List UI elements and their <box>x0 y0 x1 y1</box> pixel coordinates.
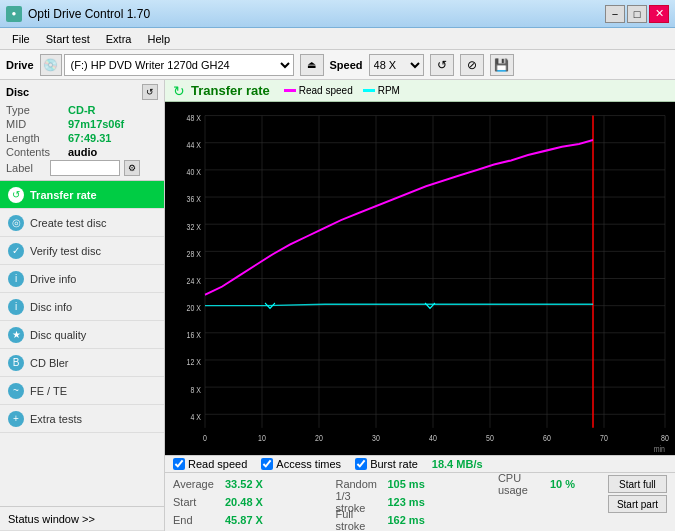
status-window-button[interactable]: Status window >> <box>0 507 164 531</box>
checkboxes-row: Read speed Access times Burst rate 18.4 … <box>165 455 675 472</box>
svg-text:40 X: 40 X <box>187 166 202 177</box>
title-bar-left: ● Opti Drive Control 1.70 <box>6 6 150 22</box>
nav-item-drive-info[interactable]: i Drive info <box>0 265 164 293</box>
nav-label-disc-quality: Disc quality <box>30 329 86 341</box>
close-button[interactable]: ✕ <box>649 5 669 23</box>
start-full-button[interactable]: Start full <box>608 475 667 493</box>
refresh-button[interactable]: ↺ <box>430 54 454 76</box>
stat-start-value: 20.48 X <box>225 496 275 508</box>
checkbox-read-speed-input[interactable] <box>173 458 185 470</box>
disc-mid-value: 97m17s06f <box>68 118 124 130</box>
chart-title: Transfer rate <box>191 83 270 98</box>
disc-length-value: 67:49.31 <box>68 132 111 144</box>
stat-cpu-label: CPU usage <box>498 472 546 496</box>
title-bar: ● Opti Drive Control 1.70 − □ ✕ <box>0 0 675 28</box>
nav-item-disc-quality[interactable]: ★ Disc quality <box>0 321 164 349</box>
stat-random-label: Random <box>335 478 383 490</box>
stat-average-value: 33.52 X <box>225 478 275 490</box>
save-button[interactable]: 💾 <box>490 54 514 76</box>
svg-text:80: 80 <box>661 432 669 443</box>
nav-item-cd-bler[interactable]: B CD Bler <box>0 349 164 377</box>
drive-bar: Drive 💿 (F:) HP DVD Writer 1270d GH24 ⏏ … <box>0 50 675 80</box>
chart-svg: 48 X 44 X 40 X 36 X 32 X 28 X 24 X 20 X … <box>165 102 675 455</box>
erase-button[interactable]: ⊘ <box>460 54 484 76</box>
nav-icon-create-test-disc: ◎ <box>8 215 24 231</box>
stats-col-3: CPU usage 10 % Start full Start part <box>498 475 667 529</box>
burst-rate-value: 18.4 MB/s <box>432 458 483 470</box>
menu-bar: File Start test Extra Help <box>0 28 675 50</box>
svg-text:70: 70 <box>600 432 608 443</box>
checkbox-read-speed-label: Read speed <box>188 458 247 470</box>
menu-extra[interactable]: Extra <box>98 31 140 47</box>
stats-col-2: Random 105 ms 1/3 stroke 123 ms Full str… <box>335 475 497 529</box>
drive-select-wrap: 💿 (F:) HP DVD Writer 1270d GH24 <box>40 54 294 76</box>
nav-item-transfer-rate[interactable]: ↺ Transfer rate <box>0 181 164 209</box>
checkbox-burst-rate: Burst rate <box>355 458 418 470</box>
disc-refresh-button[interactable]: ↺ <box>142 84 158 100</box>
start-part-button[interactable]: Start part <box>608 495 667 513</box>
sidebar: Disc ↺ Type CD-R MID 97m17s06f Length 67… <box>0 80 165 531</box>
eject-button[interactable]: ⏏ <box>300 54 324 76</box>
app-icon: ● <box>6 6 22 22</box>
legend-color-rpm <box>363 89 375 92</box>
chart-legend: Read speed RPM <box>284 85 400 96</box>
stat-average-label: Average <box>173 478 221 490</box>
legend-read-speed: Read speed <box>284 85 353 96</box>
checkbox-burst-rate-input[interactable] <box>355 458 367 470</box>
nav-item-fe-te[interactable]: ~ FE / TE <box>0 377 164 405</box>
svg-text:10: 10 <box>258 432 266 443</box>
checkbox-access-times: Access times <box>261 458 341 470</box>
nav-item-create-test-disc[interactable]: ◎ Create test disc <box>0 209 164 237</box>
checkbox-access-times-input[interactable] <box>261 458 273 470</box>
checkbox-burst-rate-label: Burst rate <box>370 458 418 470</box>
disc-label-gear-button[interactable]: ⚙ <box>124 160 140 176</box>
stat-end-row: End 45.87 X <box>173 511 335 529</box>
stat-full-stroke-row: Full stroke 162 ms <box>335 511 497 529</box>
svg-text:48 X: 48 X <box>187 112 202 123</box>
menu-file[interactable]: File <box>4 31 38 47</box>
nav-label-disc-info: Disc info <box>30 301 72 313</box>
stats-col-3-vals: CPU usage 10 % <box>498 475 600 493</box>
window-title: Opti Drive Control 1.70 <box>28 7 150 21</box>
disc-label-row: Label ⚙ <box>6 160 158 176</box>
nav-label-fe-te: FE / TE <box>30 385 67 397</box>
stat-end-value: 45.87 X <box>225 514 275 526</box>
disc-type-row: Type CD-R <box>6 104 158 116</box>
svg-text:12 X: 12 X <box>187 356 202 367</box>
svg-text:30: 30 <box>372 432 380 443</box>
disc-section: Disc ↺ Type CD-R MID 97m17s06f Length 67… <box>0 80 164 181</box>
minimize-button[interactable]: − <box>605 5 625 23</box>
nav-label-verify-test-disc: Verify test disc <box>30 245 101 257</box>
legend-color-read-speed <box>284 89 296 92</box>
menu-help[interactable]: Help <box>139 31 178 47</box>
stat-start-label: Start <box>173 496 221 508</box>
chart-area: 48 X 44 X 40 X 36 X 32 X 28 X 24 X 20 X … <box>165 102 675 455</box>
nav-item-verify-test-disc[interactable]: ✓ Verify test disc <box>0 237 164 265</box>
stat-random-value: 105 ms <box>387 478 437 490</box>
disc-mid-label: MID <box>6 118 68 130</box>
nav-icon-extra-tests: + <box>8 411 24 427</box>
legend-rpm: RPM <box>363 85 400 96</box>
menu-start-test[interactable]: Start test <box>38 31 98 47</box>
drive-select[interactable]: (F:) HP DVD Writer 1270d GH24 <box>64 54 294 76</box>
maximize-button[interactable]: □ <box>627 5 647 23</box>
svg-text:20 X: 20 X <box>187 302 202 313</box>
nav-icon-disc-info: i <box>8 299 24 315</box>
nav-item-extra-tests[interactable]: + Extra tests <box>0 405 164 433</box>
svg-text:20: 20 <box>315 432 323 443</box>
disc-label-input[interactable] <box>50 160 120 176</box>
stat-full-stroke-label: Full stroke <box>335 508 383 531</box>
speed-select[interactable]: 48 X <box>369 54 424 76</box>
disc-type-label: Type <box>6 104 68 116</box>
disc-length-row: Length 67:49.31 <box>6 132 158 144</box>
legend-label-read-speed: Read speed <box>299 85 353 96</box>
svg-text:60: 60 <box>543 432 551 443</box>
checkbox-read-speed: Read speed <box>173 458 247 470</box>
disc-label-label: Label <box>6 162 46 174</box>
svg-text:50: 50 <box>486 432 494 443</box>
speed-label: Speed <box>330 59 363 71</box>
stat-cpu-value: 10 % <box>550 478 600 490</box>
chart-header: ↻ Transfer rate Read speed RPM <box>165 80 675 102</box>
nav-label-transfer-rate: Transfer rate <box>30 189 97 201</box>
nav-item-disc-info[interactable]: i Disc info <box>0 293 164 321</box>
